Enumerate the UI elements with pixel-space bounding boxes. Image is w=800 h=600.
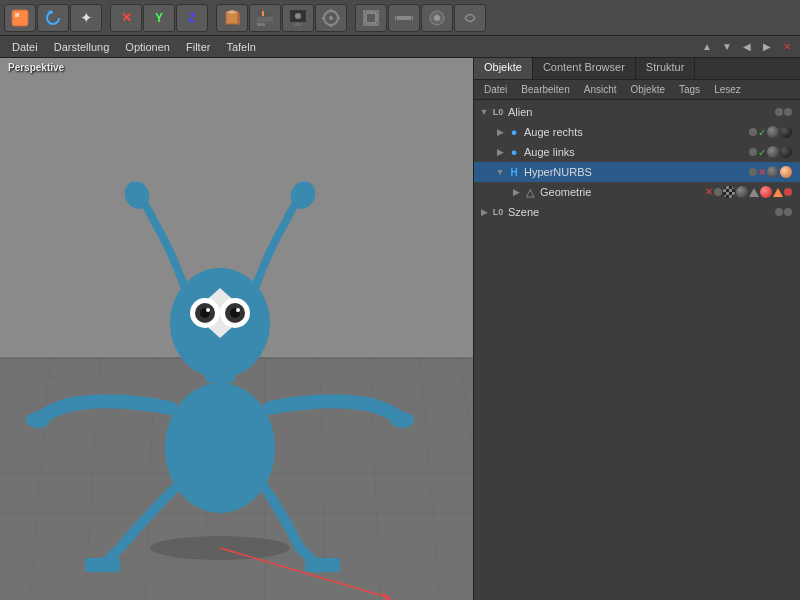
extra-btn-4[interactable]: [454, 4, 486, 32]
expand-geometrie[interactable]: ▶: [510, 186, 522, 198]
tree-row-szene[interactable]: ▶ L0 Szene: [474, 202, 800, 222]
svg-marker-22: [395, 15, 397, 21]
svg-marker-23: [411, 15, 413, 21]
dot1-alien: [775, 108, 783, 116]
sphere1-al: [767, 146, 779, 158]
extra-btn-1[interactable]: [355, 4, 387, 32]
x-h: ✕: [758, 167, 766, 178]
axis-group: ✕ Y Z: [110, 4, 208, 32]
menu-arrow-left[interactable]: ◀: [738, 38, 756, 56]
label-szene: Szene: [506, 206, 636, 218]
svg-rect-8: [257, 23, 265, 26]
extra-btn-2[interactable]: [388, 4, 420, 32]
svg-rect-6: [257, 11, 273, 16]
menu-optionen[interactable]: Optionen: [117, 39, 178, 55]
svg-rect-54: [305, 558, 340, 572]
menu-arrow-up[interactable]: ▲: [698, 38, 716, 56]
icon-szene: L0: [490, 204, 506, 220]
x-g: ✕: [705, 187, 713, 197]
menu-arrow-down[interactable]: ▼: [718, 38, 736, 56]
row-icons-auge-rechts: ✓: [636, 126, 796, 138]
label-auge-rechts: Auge rechts: [522, 126, 636, 138]
submenu-ansicht[interactable]: Ansicht: [578, 83, 623, 96]
settings-button[interactable]: [315, 4, 347, 32]
dot-red-g: [784, 188, 792, 196]
menu-darstellung[interactable]: Darstellung: [46, 39, 118, 55]
svg-point-56: [26, 412, 50, 428]
menu-arrow-right[interactable]: ▶: [758, 38, 776, 56]
menu-close[interactable]: ✕: [778, 38, 796, 56]
sphere1-ar: [767, 126, 779, 138]
extra-btn-3[interactable]: [421, 4, 453, 32]
sphere1-g: [736, 186, 748, 198]
tree-row-auge-links[interactable]: ▶ ● Auge links ✓: [474, 142, 800, 162]
icon-auge-rechts: ●: [506, 124, 522, 140]
tri1-g: [749, 188, 759, 197]
expand-auge-rechts[interactable]: ▶: [494, 126, 506, 138]
menu-filter[interactable]: Filter: [178, 39, 218, 55]
icon-geometrie: △: [522, 184, 538, 200]
render-button[interactable]: [282, 4, 314, 32]
svg-rect-9: [262, 11, 264, 16]
object-tree[interactable]: ▼ L0 Alien ▶ ● Auge rechts: [474, 100, 800, 600]
svg-rect-0: [12, 10, 28, 26]
tab-content-browser[interactable]: Content Browser: [533, 58, 636, 79]
svg-rect-53: [85, 558, 120, 572]
tab-struktur[interactable]: Struktur: [636, 58, 696, 79]
animate-button[interactable]: [249, 4, 281, 32]
tree-row-hypernurbs[interactable]: ▼ H HyperNURBS ✕: [474, 162, 800, 182]
tree-area: ▼ L0 Alien ▶ ● Auge rechts: [474, 100, 800, 600]
submenu-lesez[interactable]: Lesez: [708, 83, 747, 96]
svg-point-57: [390, 412, 414, 428]
extra-toolbar-group: [355, 4, 486, 32]
x-axis-button[interactable]: ✕: [110, 4, 142, 32]
menu-right-icons: ▲ ▼ ◀ ▶ ✕: [698, 38, 796, 56]
object-group: [216, 4, 347, 32]
top-toolbar: ✦ ✕ Y Z: [0, 0, 800, 36]
submenu-bearbeiten[interactable]: Bearbeiten: [515, 83, 575, 96]
svg-rect-7: [257, 17, 273, 22]
svg-point-70: [236, 308, 240, 312]
viewport[interactable]: Perspektive: [0, 58, 473, 600]
dot1-g: [714, 188, 722, 196]
sphere1-h: [767, 166, 779, 178]
dot1-ar: [749, 128, 757, 136]
right-tabs: Objekte Content Browser Struktur: [474, 58, 800, 80]
label-hypernurbs: HyperNURBS: [522, 166, 636, 178]
label-geometrie: Geometrie: [538, 186, 636, 198]
tab-objekte[interactable]: Objekte: [474, 58, 533, 79]
tree-row-alien[interactable]: ▼ L0 Alien: [474, 102, 800, 122]
row-icons-hypernurbs: ✕: [636, 166, 796, 178]
menu-tafeln[interactable]: Tafeln: [218, 39, 263, 55]
icon-auge-links: ●: [506, 144, 522, 160]
y-axis-button[interactable]: Y: [143, 4, 175, 32]
tree-row-auge-rechts[interactable]: ▶ ● Auge rechts ✓: [474, 122, 800, 142]
submenu-objekte[interactable]: Objekte: [625, 83, 671, 96]
menu-kameras[interactable]: Datei: [4, 39, 46, 55]
svg-point-55: [165, 383, 275, 513]
expand-auge-links[interactable]: ▶: [494, 146, 506, 158]
tri-orange-g: [773, 188, 783, 197]
svg-rect-12: [294, 23, 302, 26]
select-button[interactable]: ✦: [70, 4, 102, 32]
expand-hypernurbs[interactable]: ▼: [494, 166, 506, 178]
submenu-tags[interactable]: Tags: [673, 83, 706, 96]
mode-button[interactable]: [4, 4, 36, 32]
svg-rect-1: [15, 13, 19, 17]
svg-rect-21: [397, 16, 411, 20]
z-axis-button[interactable]: Z: [176, 4, 208, 32]
dot1-h: [749, 168, 757, 176]
row-icons-auge-links: ✓: [636, 146, 796, 158]
expand-szene[interactable]: ▶: [478, 206, 490, 218]
check-ar: ✓: [758, 127, 766, 138]
submenu-datei[interactable]: Datei: [478, 83, 513, 96]
expand-alien[interactable]: ▼: [478, 106, 490, 118]
cube-button[interactable]: [216, 4, 248, 32]
svg-marker-5: [238, 12, 240, 26]
undo-button[interactable]: [37, 4, 69, 32]
icon-alien: L0: [490, 104, 506, 120]
menu-bar: Datei Darstellung Optionen Filter Tafeln…: [0, 36, 800, 58]
svg-marker-20: [366, 13, 376, 23]
toolbar-group-1: ✦: [4, 4, 102, 32]
tree-row-geometrie[interactable]: ▶ △ Geometrie ✕: [474, 182, 800, 202]
